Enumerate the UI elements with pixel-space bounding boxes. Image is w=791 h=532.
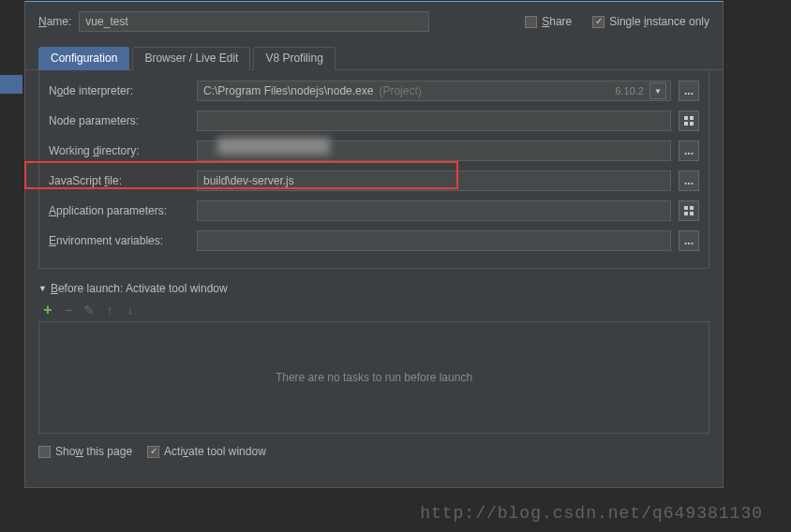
share-label: Share	[542, 15, 572, 28]
move-down-icon: ↓	[125, 304, 136, 316]
share-checkbox[interactable]	[525, 16, 537, 28]
edit-env-vars-button[interactable]: ...	[679, 230, 699, 251]
browse-working-dir-button[interactable]: ...	[679, 140, 699, 161]
working-directory-row: Working directory: ...	[49, 140, 699, 161]
chevron-down-icon[interactable]: ▼	[649, 82, 666, 99]
interpreter-suffix: (Project)	[379, 84, 421, 97]
node-parameters-row: Node parameters:	[49, 111, 699, 131]
footer-row: Show this page Activate tool window	[25, 445, 723, 458]
tab-v8-profiling[interactable]: V8 Profiling	[253, 47, 335, 70]
watermark-text: http://blog.csdn.net/q649381130	[420, 504, 763, 523]
expand-app-params-button[interactable]	[679, 200, 699, 221]
interpreter-version: 6.10.2	[615, 85, 644, 96]
run-config-panel: Name: Share Single instance only Configu…	[24, 1, 724, 488]
javascript-file-label: JavaScript file:	[49, 174, 189, 187]
single-instance-label: Single instance only	[609, 15, 709, 28]
working-directory-input[interactable]	[197, 140, 671, 161]
environment-variables-label: Environment variables:	[49, 234, 189, 247]
javascript-file-row: JavaScript file: ...	[49, 170, 699, 191]
show-this-page-label: Show this page	[55, 445, 132, 458]
application-parameters-input[interactable]	[197, 200, 671, 221]
remove-task-icon: −	[63, 304, 74, 316]
node-parameters-input[interactable]	[197, 111, 671, 131]
add-task-icon[interactable]: +	[42, 304, 53, 316]
environment-variables-input[interactable]	[197, 230, 671, 251]
before-launch-section-header[interactable]: ▼ Before launch: Activate tool window	[25, 278, 723, 299]
activate-tool-window-wrap[interactable]: Activate tool window	[147, 445, 266, 458]
node-interpreter-label: Node interpreter:	[49, 84, 189, 97]
expand-node-params-button[interactable]	[679, 111, 699, 131]
working-directory-label: Working directory:	[49, 144, 189, 157]
before-launch-tasks-list: There are no tasks to run before launch	[38, 321, 709, 434]
sidebar-selection	[0, 75, 22, 94]
activate-tool-window-checkbox[interactable]	[147, 446, 159, 458]
tabs: Configuration Browser / Live Edit V8 Pro…	[25, 39, 723, 70]
application-parameters-row: Application parameters:	[49, 200, 699, 221]
browse-interpreter-button[interactable]: ...	[679, 81, 699, 101]
activate-tool-window-label: Activate tool window	[164, 445, 266, 458]
browse-js-file-button[interactable]: ...	[679, 170, 699, 191]
single-instance-checkbox-wrap[interactable]: Single instance only	[592, 15, 709, 28]
disclosure-triangle-icon: ▼	[38, 284, 47, 293]
name-input[interactable]	[79, 11, 429, 32]
name-label: Name:	[38, 15, 71, 28]
before-launch-title: Before launch: Activate tool window	[51, 282, 228, 295]
configuration-form: Node interpreter: C:\Program Files\nodej…	[38, 69, 709, 269]
application-parameters-label: Application parameters:	[49, 204, 189, 217]
node-interpreter-row: Node interpreter: C:\Program Files\nodej…	[49, 81, 699, 101]
javascript-file-input[interactable]	[197, 170, 671, 191]
show-this-page-wrap[interactable]: Show this page	[38, 445, 132, 458]
move-up-icon: ↑	[104, 304, 115, 316]
node-interpreter-select[interactable]: C:\Program Files\nodejs\node.exe (Projec…	[197, 81, 671, 101]
environment-variables-row: Environment variables: ...	[49, 230, 699, 251]
before-launch-toolbar: + − ✎ ↑ ↓	[25, 299, 723, 321]
show-this-page-checkbox[interactable]	[38, 446, 51, 458]
empty-tasks-text: There are no tasks to run before launch	[276, 371, 472, 384]
tab-browser-live-edit[interactable]: Browser / Live Edit	[132, 47, 250, 70]
name-row: Name: Share Single instance only	[25, 2, 723, 39]
interpreter-path: C:\Program Files\nodejs\node.exe	[203, 84, 373, 97]
edit-task-icon: ✎	[83, 304, 95, 316]
share-checkbox-wrap[interactable]: Share	[525, 15, 572, 28]
node-parameters-label: Node parameters:	[49, 114, 189, 127]
tab-configuration[interactable]: Configuration	[38, 47, 129, 70]
single-instance-checkbox[interactable]	[592, 16, 604, 28]
